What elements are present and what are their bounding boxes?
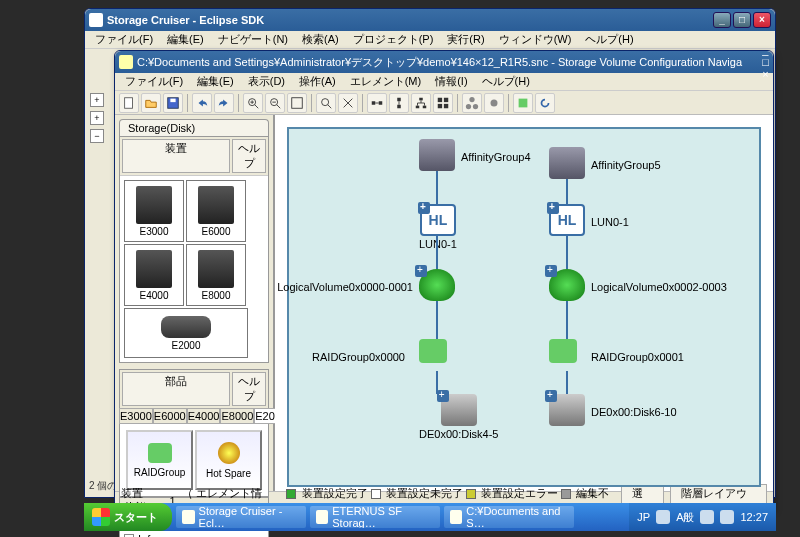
svg-rect-19 bbox=[419, 97, 423, 100]
tray-icon[interactable] bbox=[700, 510, 714, 524]
svg-point-28 bbox=[469, 96, 474, 101]
part-tab-e4000[interactable]: E4000 bbox=[187, 408, 221, 424]
element-single-button[interactable] bbox=[484, 93, 504, 113]
part-tab-e6000[interactable]: E6000 bbox=[153, 408, 187, 424]
eclipse-menu-item[interactable]: ウィンドウ(W) bbox=[493, 31, 578, 48]
device-panel-title: 装置 bbox=[122, 139, 230, 173]
redo-button[interactable] bbox=[214, 93, 234, 113]
svg-rect-30 bbox=[519, 98, 528, 107]
svg-rect-17 bbox=[397, 104, 401, 108]
task-label: C:¥Documents and S… bbox=[466, 506, 568, 528]
diagram-link bbox=[566, 236, 568, 269]
diagram-node-drive[interactable]: DE0x00:Disk6-10 bbox=[549, 394, 585, 426]
tray-icon[interactable] bbox=[720, 510, 734, 524]
tree-expand-button[interactable]: + bbox=[90, 93, 104, 107]
eclipse-menu-item[interactable]: プロジェクト(P) bbox=[347, 31, 440, 48]
device-e2000[interactable]: E2000 bbox=[124, 308, 248, 358]
ime-mode[interactable]: A般 bbox=[676, 510, 694, 525]
eclipse-menu-item[interactable]: 検索(A) bbox=[296, 31, 345, 48]
start-button[interactable]: スタート bbox=[84, 503, 172, 531]
parts-panel-title: 部品 bbox=[122, 372, 230, 406]
device-e8000[interactable]: E8000 bbox=[186, 244, 246, 306]
diagram-node-server[interactable]: AffinityGroup4 bbox=[419, 139, 455, 171]
save-button[interactable] bbox=[163, 93, 183, 113]
part-label: RAIDGroup bbox=[134, 467, 186, 478]
part-spare[interactable]: Hot Spare bbox=[195, 430, 262, 490]
diagram-node-vol[interactable]: LogicalVolume0x0002-0003 bbox=[549, 269, 585, 301]
tree-expand-button[interactable]: − bbox=[90, 129, 104, 143]
device-e6000[interactable]: E6000 bbox=[186, 180, 246, 242]
zoom-out-button[interactable] bbox=[265, 93, 285, 113]
eclipse-menu-item[interactable]: ヘルプ(H) bbox=[579, 31, 639, 48]
config-titlebar[interactable]: C:¥Documents and Settings¥Administrator¥… bbox=[115, 51, 773, 73]
eclipse-title: Storage Cruiser - Eclipse SDK bbox=[107, 14, 713, 26]
device-e3000[interactable]: E3000 bbox=[124, 180, 184, 242]
diagram-node-drive[interactable]: DE0x00:Disk4-5 bbox=[419, 394, 498, 440]
config-menu-item[interactable]: エレメント(M) bbox=[344, 73, 428, 90]
taskbar-task[interactable]: Storage Cruiser - Ecl… bbox=[176, 506, 306, 528]
new-button[interactable] bbox=[119, 93, 139, 113]
config-menu-item[interactable]: ファイル(F) bbox=[119, 73, 189, 90]
config-window: C:¥Documents and Settings¥Administrator¥… bbox=[114, 50, 774, 510]
eclipse-maximize-button[interactable]: □ bbox=[733, 12, 751, 28]
raid-icon bbox=[419, 339, 447, 363]
tree-expand-button[interactable]: + bbox=[90, 111, 104, 125]
part-tab-e8000[interactable]: E8000 bbox=[220, 408, 254, 424]
device-help-button[interactable]: ヘルプ bbox=[232, 139, 266, 173]
config-menu-item[interactable]: 情報(I) bbox=[429, 73, 473, 90]
config-menu-item[interactable]: 操作(A) bbox=[293, 73, 342, 90]
layout-vertical-button[interactable] bbox=[389, 93, 409, 113]
config-menu-item[interactable]: ヘルプ(H) bbox=[476, 73, 536, 90]
task-icon bbox=[450, 510, 462, 524]
config-menu-item[interactable]: 表示(D) bbox=[242, 73, 291, 90]
open-button[interactable] bbox=[141, 93, 161, 113]
diagram-canvas[interactable]: AffinityGroup4HLLUN0-1LogicalVolume0x000… bbox=[287, 127, 761, 487]
find-button[interactable] bbox=[316, 93, 336, 113]
eclipse-menu-item[interactable]: ナビゲート(N) bbox=[212, 31, 294, 48]
taskbar-task[interactable]: ETERNUS SF Storag… bbox=[310, 506, 440, 528]
element-group-button[interactable] bbox=[462, 93, 482, 113]
svg-rect-22 bbox=[438, 97, 442, 101]
diagram-node-hl[interactable]: HLLUN0-1 bbox=[549, 204, 585, 236]
taskbar-task[interactable]: C:¥Documents and S… bbox=[444, 506, 574, 528]
diagram-node-raid[interactable]: RAIDGroup0x0000 bbox=[419, 339, 447, 363]
parts-help-button[interactable]: ヘルプ bbox=[232, 372, 266, 406]
device-e4000[interactable]: E4000 bbox=[124, 244, 184, 306]
cut-button[interactable] bbox=[338, 93, 358, 113]
eclipse-minimize-button[interactable]: _ bbox=[713, 12, 731, 28]
config-minimize-button[interactable]: _ bbox=[762, 44, 769, 56]
eclipse-menu-item[interactable]: ファイル(F) bbox=[89, 31, 159, 48]
eclipse-menu-item[interactable]: 編集(E) bbox=[161, 31, 210, 48]
layout-horizontal-button[interactable] bbox=[367, 93, 387, 113]
eclipse-close-button[interactable]: × bbox=[753, 12, 771, 28]
tray-icon[interactable] bbox=[656, 510, 670, 524]
refresh-button[interactable] bbox=[535, 93, 555, 113]
diagram-node-server[interactable]: AffinityGroup5 bbox=[549, 147, 585, 179]
start-label: スタート bbox=[114, 510, 158, 525]
ime-language[interactable]: JP bbox=[637, 511, 650, 523]
part-raid[interactable]: RAIDGroup bbox=[126, 430, 193, 490]
zoom-in-button[interactable] bbox=[243, 93, 263, 113]
config-title: C:¥Documents and Settings¥Administrator¥… bbox=[137, 55, 762, 70]
undo-button[interactable] bbox=[192, 93, 212, 113]
status-row[interactable]: Info bbox=[120, 532, 268, 537]
add-badge-icon bbox=[547, 202, 559, 214]
config-maximize-button[interactable]: □ bbox=[762, 56, 769, 68]
apply-button[interactable] bbox=[513, 93, 533, 113]
zoom-fit-button[interactable] bbox=[287, 93, 307, 113]
config-close-button[interactable]: × bbox=[762, 68, 769, 80]
layout-grid-button[interactable] bbox=[433, 93, 453, 113]
system-tray: JP A般 12:27 bbox=[629, 503, 776, 531]
layout-tree-button[interactable] bbox=[411, 93, 431, 113]
legend-label: 装置設定エラー bbox=[478, 487, 561, 499]
eclipse-titlebar[interactable]: Storage Cruiser - Eclipse SDK _ □ × bbox=[85, 9, 775, 31]
node-label: LUN0-1 bbox=[591, 216, 629, 228]
eclipse-menu-item[interactable]: 実行(R) bbox=[441, 31, 490, 48]
node-label: AffinityGroup5 bbox=[591, 159, 661, 171]
canvas-scroll[interactable]: AffinityGroup4HLLUN0-1LogicalVolume0x000… bbox=[275, 115, 773, 491]
diagram-node-vol[interactable]: LogicalVolume0x0000-0001 bbox=[419, 269, 455, 301]
diagram-node-raid[interactable]: RAIDGroup0x0001 bbox=[549, 339, 577, 363]
part-tab-e3000[interactable]: E3000 bbox=[119, 408, 153, 424]
config-menu-item[interactable]: 編集(E) bbox=[191, 73, 240, 90]
palette-tab-storage[interactable]: Storage(Disk) bbox=[119, 119, 269, 136]
